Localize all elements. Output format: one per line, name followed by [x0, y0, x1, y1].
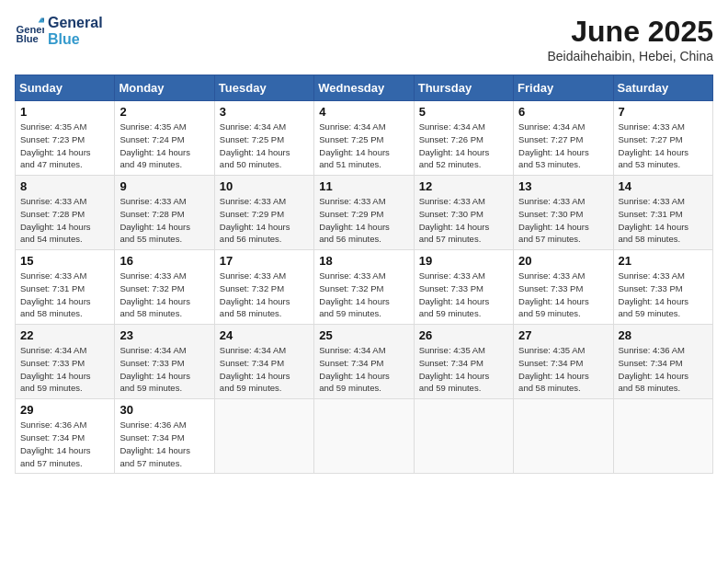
calendar-cell: 9Sunrise: 4:33 AMSunset: 7:28 PMDaylight… — [115, 176, 214, 250]
day-number: 30 — [119, 403, 209, 417]
calendar-cell: 11Sunrise: 4:33 AMSunset: 7:29 PMDayligh… — [314, 176, 414, 250]
day-info: Sunrise: 4:34 AMSunset: 7:27 PMDaylight:… — [518, 121, 608, 171]
day-number: 4 — [319, 105, 408, 119]
weekday-header-wednesday: Wednesday — [314, 75, 414, 101]
day-number: 13 — [518, 179, 608, 193]
day-number: 15 — [20, 254, 109, 268]
day-info: Sunrise: 4:34 AMSunset: 7:26 PMDaylight:… — [419, 121, 508, 171]
location: Beidaihehaibin, Hebei, China — [547, 49, 713, 63]
calendar-week-row: 8Sunrise: 4:33 AMSunset: 7:28 PMDaylight… — [16, 176, 713, 250]
day-number: 11 — [319, 179, 408, 193]
day-number: 9 — [119, 179, 209, 193]
calendar-cell: 17Sunrise: 4:33 AMSunset: 7:32 PMDayligh… — [214, 250, 313, 325]
day-number: 23 — [119, 328, 209, 342]
calendar-cell: 5Sunrise: 4:34 AMSunset: 7:26 PMDaylight… — [414, 101, 513, 176]
calendar-cell: 7Sunrise: 4:33 AMSunset: 7:27 PMDaylight… — [613, 101, 712, 176]
day-info: Sunrise: 4:35 AMSunset: 7:34 PMDaylight:… — [518, 344, 608, 395]
weekday-header-monday: Monday — [115, 75, 214, 101]
day-number: 10 — [220, 179, 309, 193]
day-number: 26 — [419, 328, 508, 342]
calendar-cell: 18Sunrise: 4:33 AMSunset: 7:32 PMDayligh… — [314, 250, 414, 325]
calendar-cell: 30Sunrise: 4:36 AMSunset: 7:34 PMDayligh… — [115, 399, 214, 474]
calendar-cell: 13Sunrise: 4:33 AMSunset: 7:30 PMDayligh… — [514, 176, 613, 250]
svg-text:Blue: Blue — [17, 33, 39, 44]
month-title: June 2025 — [547, 15, 713, 49]
calendar-cell — [514, 399, 613, 474]
day-info: Sunrise: 4:33 AMSunset: 7:31 PMDaylight:… — [619, 195, 708, 246]
weekday-header-friday: Friday — [514, 75, 613, 101]
page-header: General Blue General Blue June 2025 Beid… — [15, 15, 713, 63]
logo: General Blue General Blue — [15, 15, 103, 47]
calendar-cell: 23Sunrise: 4:34 AMSunset: 7:33 PMDayligh… — [115, 325, 214, 399]
calendar-cell — [613, 399, 712, 474]
title-block: June 2025 Beidaihehaibin, Hebei, China — [547, 15, 713, 63]
day-number: 6 — [518, 105, 608, 119]
day-number: 8 — [20, 179, 109, 193]
day-info: Sunrise: 4:33 AMSunset: 7:32 PMDaylight:… — [319, 270, 408, 320]
day-number: 28 — [619, 328, 708, 342]
day-info: Sunrise: 4:36 AMSunset: 7:34 PMDaylight:… — [20, 419, 109, 469]
calendar-cell: 15Sunrise: 4:33 AMSunset: 7:31 PMDayligh… — [16, 250, 115, 325]
calendar-cell — [214, 399, 313, 474]
calendar-cell: 25Sunrise: 4:34 AMSunset: 7:34 PMDayligh… — [314, 325, 414, 399]
day-info: Sunrise: 4:33 AMSunset: 7:27 PMDaylight:… — [619, 121, 708, 171]
calendar-cell: 27Sunrise: 4:35 AMSunset: 7:34 PMDayligh… — [514, 325, 613, 399]
day-info: Sunrise: 4:33 AMSunset: 7:28 PMDaylight:… — [20, 195, 109, 246]
day-number: 3 — [220, 105, 309, 119]
day-info: Sunrise: 4:34 AMSunset: 7:33 PMDaylight:… — [119, 344, 209, 395]
day-number: 1 — [20, 105, 109, 119]
day-info: Sunrise: 4:33 AMSunset: 7:32 PMDaylight:… — [119, 270, 209, 320]
day-info: Sunrise: 4:33 AMSunset: 7:29 PMDaylight:… — [319, 195, 408, 246]
calendar-week-row: 29Sunrise: 4:36 AMSunset: 7:34 PMDayligh… — [16, 399, 713, 474]
calendar-table: SundayMondayTuesdayWednesdayThursdayFrid… — [15, 75, 713, 474]
logo-icon: General Blue — [15, 17, 44, 46]
day-info: Sunrise: 4:33 AMSunset: 7:30 PMDaylight:… — [419, 195, 508, 246]
day-info: Sunrise: 4:34 AMSunset: 7:25 PMDaylight:… — [220, 121, 309, 171]
day-number: 29 — [20, 403, 109, 417]
day-number: 7 — [619, 105, 708, 119]
day-number: 16 — [119, 254, 209, 268]
day-number: 12 — [419, 179, 508, 193]
calendar-cell: 21Sunrise: 4:33 AMSunset: 7:33 PMDayligh… — [613, 250, 712, 325]
day-info: Sunrise: 4:34 AMSunset: 7:34 PMDaylight:… — [220, 344, 309, 395]
day-info: Sunrise: 4:34 AMSunset: 7:25 PMDaylight:… — [319, 121, 408, 171]
day-number: 24 — [220, 328, 309, 342]
calendar-cell: 12Sunrise: 4:33 AMSunset: 7:30 PMDayligh… — [414, 176, 513, 250]
logo-blue: Blue — [48, 31, 103, 48]
day-info: Sunrise: 4:33 AMSunset: 7:28 PMDaylight:… — [119, 195, 209, 246]
day-info: Sunrise: 4:36 AMSunset: 7:34 PMDaylight:… — [119, 419, 209, 469]
day-info: Sunrise: 4:35 AMSunset: 7:24 PMDaylight:… — [119, 121, 209, 171]
day-info: Sunrise: 4:36 AMSunset: 7:34 PMDaylight:… — [619, 344, 708, 395]
calendar-cell: 20Sunrise: 4:33 AMSunset: 7:33 PMDayligh… — [514, 250, 613, 325]
day-info: Sunrise: 4:35 AMSunset: 7:23 PMDaylight:… — [20, 121, 109, 171]
day-number: 27 — [518, 328, 608, 342]
day-info: Sunrise: 4:33 AMSunset: 7:33 PMDaylight:… — [419, 270, 508, 320]
calendar-week-row: 1Sunrise: 4:35 AMSunset: 7:23 PMDaylight… — [16, 101, 713, 176]
calendar-cell: 26Sunrise: 4:35 AMSunset: 7:34 PMDayligh… — [414, 325, 513, 399]
calendar-cell: 3Sunrise: 4:34 AMSunset: 7:25 PMDaylight… — [214, 101, 313, 176]
calendar-cell: 29Sunrise: 4:36 AMSunset: 7:34 PMDayligh… — [16, 399, 115, 474]
weekday-header-saturday: Saturday — [613, 75, 712, 101]
calendar-cell: 22Sunrise: 4:34 AMSunset: 7:33 PMDayligh… — [16, 325, 115, 399]
day-number: 25 — [319, 328, 408, 342]
day-number: 19 — [419, 254, 508, 268]
day-number: 5 — [419, 105, 508, 119]
calendar-cell: 16Sunrise: 4:33 AMSunset: 7:32 PMDayligh… — [115, 250, 214, 325]
calendar-week-row: 22Sunrise: 4:34 AMSunset: 7:33 PMDayligh… — [16, 325, 713, 399]
weekday-header-tuesday: Tuesday — [214, 75, 313, 101]
day-number: 17 — [220, 254, 309, 268]
day-info: Sunrise: 4:33 AMSunset: 7:29 PMDaylight:… — [220, 195, 309, 246]
day-info: Sunrise: 4:33 AMSunset: 7:30 PMDaylight:… — [518, 195, 608, 246]
calendar-cell: 6Sunrise: 4:34 AMSunset: 7:27 PMDaylight… — [514, 101, 613, 176]
calendar-cell: 1Sunrise: 4:35 AMSunset: 7:23 PMDaylight… — [16, 101, 115, 176]
calendar-cell — [414, 399, 513, 474]
day-number: 14 — [619, 179, 708, 193]
day-number: 22 — [20, 328, 109, 342]
day-info: Sunrise: 4:34 AMSunset: 7:33 PMDaylight:… — [20, 344, 109, 395]
calendar-week-row: 15Sunrise: 4:33 AMSunset: 7:31 PMDayligh… — [16, 250, 713, 325]
day-info: Sunrise: 4:33 AMSunset: 7:31 PMDaylight:… — [20, 270, 109, 320]
day-number: 20 — [518, 254, 608, 268]
day-info: Sunrise: 4:34 AMSunset: 7:34 PMDaylight:… — [319, 344, 408, 395]
calendar-cell: 14Sunrise: 4:33 AMSunset: 7:31 PMDayligh… — [613, 176, 712, 250]
day-info: Sunrise: 4:33 AMSunset: 7:33 PMDaylight:… — [518, 270, 608, 320]
